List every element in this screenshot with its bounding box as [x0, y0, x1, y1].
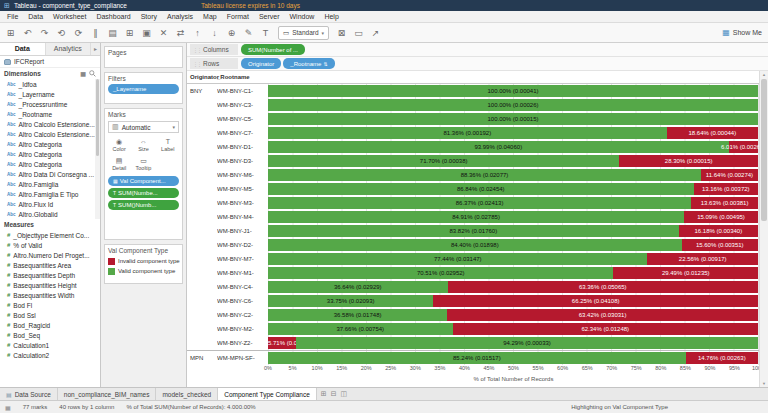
add-datasource-icon[interactable]: ▤	[106, 28, 119, 38]
dimension-field[interactable]: Abc Altro Categoria	[0, 149, 100, 159]
tab-data[interactable]: Data	[0, 43, 46, 55]
measure-field[interactable]: # Basequantities Depth	[0, 270, 100, 280]
sort-ascending-icon[interactable]: ↑	[191, 28, 204, 38]
filter-pill[interactable]: _Layername	[108, 84, 179, 94]
share-icon[interactable]: ↗	[369, 28, 382, 38]
highlight-icon[interactable]: ✎	[242, 28, 255, 38]
measure-field[interactable]: # _Objecttype Element Co...	[0, 230, 100, 240]
row-name-label[interactable]: WM-BNY-C2-	[217, 312, 268, 318]
bar-segment[interactable]: 83.82% (0.01760)	[268, 225, 679, 237]
dimension-field[interactable]: Abc _Processruntime	[0, 99, 100, 109]
scroll-up-icon[interactable]: ▲	[760, 72, 768, 77]
pill-val-component-type[interactable]: ▦ Val Component...	[108, 176, 179, 186]
fit-selector[interactable]: ▭ Standard ▾	[278, 26, 329, 40]
measure-field[interactable]: # Bod Ssl	[0, 310, 100, 320]
tooltip-button[interactable]: ▭ Tooltip	[132, 155, 154, 172]
bar-segment[interactable]: 66.25% (0.04108)	[433, 295, 758, 307]
new-story-icon[interactable]: ◫	[341, 390, 348, 398]
dimensions-scrollbar[interactable]	[95, 79, 100, 219]
row-name-label[interactable]: WM-BNY-C5-	[217, 116, 268, 122]
bar-segment[interactable]: 37.66% (0.00754)	[268, 323, 453, 335]
row-name-label[interactable]: WM-BNY-M5-	[217, 186, 268, 192]
bar-segment[interactable]: 14.76% (0.00263)	[686, 352, 758, 364]
measure-field[interactable]: # Altro.Numero Del Proget...	[0, 250, 100, 260]
bar-segment[interactable]: 86.37% (0.02413)	[268, 197, 691, 209]
bar-segment[interactable]: 81.36% (0.00192)	[268, 127, 667, 139]
detail-button[interactable]: ▤ Detail	[108, 155, 130, 172]
row-name-label[interactable]: WM-BNY-Z2-	[217, 340, 268, 346]
measure-field[interactable]: # Basequantities Height	[0, 280, 100, 290]
fix-axes-icon[interactable]: ⊠	[335, 28, 348, 38]
bar-segment[interactable]: 22.56% (0.00917)	[647, 253, 758, 265]
row-name-label[interactable]: WM-BNY-M7-	[217, 256, 268, 262]
dimension-field[interactable]: Abc Altro Categoria	[0, 139, 100, 149]
bar-segment[interactable]: 84.40% (0.01898)	[268, 239, 682, 251]
legend-item[interactable]: Valid component type	[108, 266, 179, 276]
measure-field[interactable]: # Basequantities Width	[0, 290, 100, 300]
show-labels-icon[interactable]: T	[259, 28, 272, 38]
pause-updates-icon[interactable]: ∥	[89, 28, 102, 38]
menu-item[interactable]: Data	[23, 13, 48, 20]
sheet-tab[interactable]: non_compliance_BIM_names	[58, 388, 157, 400]
mark-type-dropdown[interactable]: ▥ Automatic ▾	[108, 121, 179, 133]
row-name-label[interactable]: WM-BNY-D2-	[217, 242, 268, 248]
pane-chevron-icon[interactable]: ▸	[91, 43, 100, 55]
row-name-label[interactable]: WM-BNY-C3-	[217, 102, 268, 108]
row-name-label[interactable]: WM-BNY-D1-	[217, 144, 268, 150]
row-name-label[interactable]: WM-BNY-M6-	[217, 172, 268, 178]
redo-icon[interactable]: ↷	[38, 28, 51, 38]
bar-segment[interactable]: 33.75% (0.02093)	[268, 295, 433, 307]
menu-item[interactable]: Worksheet	[48, 13, 91, 20]
bar-segment[interactable]: 93.99% (0.04060)	[268, 141, 729, 153]
bar-segment[interactable]: 71.70% (0.00038)	[268, 155, 619, 167]
bar-segment[interactable]: 62.34% (0.01248)	[453, 323, 758, 335]
bar-segment[interactable]: 29.49% (0.01235)	[613, 267, 758, 279]
row-name-label[interactable]: WM-BNY-M4-	[217, 214, 268, 220]
bar-segment[interactable]: 88.36% (0.02077)	[268, 169, 701, 181]
dimension-field[interactable]: Abc _Idfoa	[0, 79, 100, 89]
measure-field[interactable]: # Basequantities Area	[0, 260, 100, 270]
dimension-field[interactable]: Abc Altro Calcolo Estensione...	[0, 129, 100, 139]
shelf-pill[interactable]: _Rootname ⇅	[283, 58, 334, 69]
color-button[interactable]: ◉ Color	[108, 136, 130, 153]
menu-item[interactable]: Window	[285, 13, 320, 20]
scroll-down-icon[interactable]: ▼	[760, 381, 768, 386]
dimension-field[interactable]: Abc _Layername	[0, 89, 100, 99]
measure-field[interactable]: # Bod Fl	[0, 300, 100, 310]
group-members-icon[interactable]: ⊕	[225, 28, 238, 38]
scrollbar-thumb[interactable]	[96, 79, 99, 156]
row-name-label[interactable]: WM-BNY-M3-	[217, 200, 268, 206]
menu-item[interactable]: Analysis	[162, 13, 198, 20]
menu-item[interactable]: Server	[254, 13, 285, 20]
measure-field[interactable]: # Bod_Ragicid	[0, 320, 100, 330]
header-rootname[interactable]: _Rootname	[217, 74, 268, 80]
bar-segment[interactable]: 94.29% (0.00033)	[296, 337, 758, 349]
pill-sum-number-2[interactable]: T SUM()Numb...	[108, 200, 179, 210]
bar-segment[interactable]: 18.64% (0.00044)	[667, 127, 758, 139]
measure-field[interactable]: # Calculation1	[0, 340, 100, 350]
header-originator[interactable]: Originator	[187, 74, 217, 80]
bar-segment[interactable]: 15.60% (0.00351)	[682, 239, 758, 251]
menu-item[interactable]: Story	[136, 13, 162, 20]
swap-axes-icon[interactable]: ⇄	[174, 28, 187, 38]
bar-segment[interactable]: 15.09% (0.00495)	[684, 211, 758, 223]
clear-sheet-icon[interactable]: ✕	[157, 28, 170, 38]
shelf-pill[interactable]: SUM(Number of ...	[241, 44, 305, 55]
row-name-label[interactable]: WM-MPN-SF-	[217, 355, 268, 361]
vertical-scrollbar[interactable]: ▲ ▼	[759, 71, 768, 387]
dimension-field[interactable]: Abc _Rootname	[0, 109, 100, 119]
bar-segment[interactable]: 77.44% (0.03147)	[268, 253, 647, 265]
measure-field[interactable]: # % of Valid	[0, 240, 100, 250]
bar-segment[interactable]: 100.00% (0.00026)	[268, 99, 758, 111]
search-icon[interactable]	[89, 70, 96, 78]
bar-segment[interactable]: 16.18% (0.00340)	[679, 225, 758, 237]
bar-segment[interactable]: 63.42% (0.03031)	[447, 309, 758, 321]
row-name-label[interactable]: WM-BNY-D3-	[217, 158, 268, 164]
legend-item[interactable]: Invalid component type	[108, 256, 179, 266]
row-name-label[interactable]: WM-BNY-C7-	[217, 130, 268, 136]
bar-segment[interactable]: 5.71% (0.00002)	[268, 337, 296, 349]
sheet-tab[interactable]: models_checked	[156, 388, 218, 400]
view-options-icon[interactable]: ▦	[80, 70, 86, 77]
menu-item[interactable]: Dashboard	[91, 13, 135, 20]
menu-item[interactable]: File	[2, 13, 23, 20]
